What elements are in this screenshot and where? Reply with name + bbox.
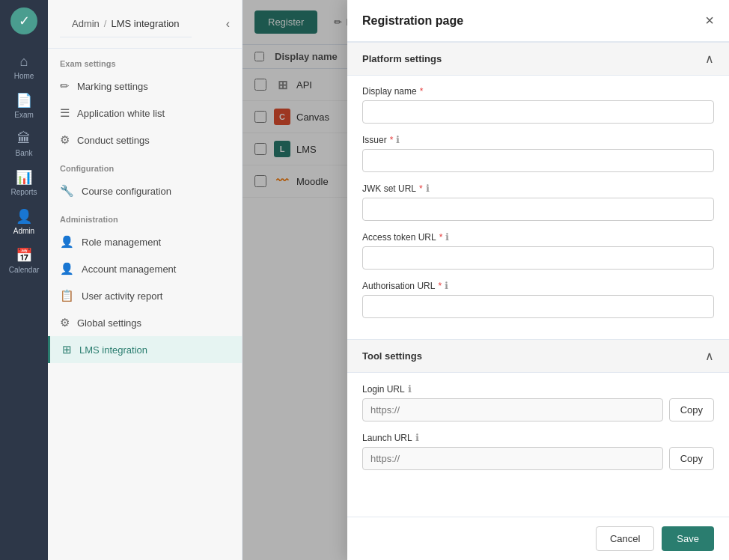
jwk-set-url-input[interactable]: [362, 198, 714, 221]
tool-settings-header: Tool settings ∧: [347, 339, 729, 373]
sidebar-collapse-button[interactable]: ‹: [226, 17, 230, 31]
sidebar-item-lms-integration[interactable]: ⊞ LMS integration: [48, 336, 242, 363]
launch-url-input-group: Copy: [362, 447, 714, 470]
section-label-configuration: Configuration: [48, 153, 242, 177]
sidebar-item-global-settings[interactable]: ⚙ Global settings: [48, 309, 242, 336]
issuer-input[interactable]: [362, 149, 714, 172]
cancel-button[interactable]: Cancel: [596, 526, 654, 551]
admin-icon: 👤: [16, 208, 32, 225]
bank-icon: 🏛: [17, 131, 31, 147]
sidebar-header: Admin / LMS integration ‹: [48, 0, 242, 49]
nav-item-admin[interactable]: 👤 Admin: [0, 202, 48, 241]
modal-close-button[interactable]: ×: [705, 12, 714, 29]
save-button[interactable]: Save: [662, 526, 714, 551]
authorisation-url-input[interactable]: [362, 295, 714, 318]
report-icon: 📋: [60, 289, 74, 302]
tool-settings-label: Tool settings: [362, 350, 422, 362]
access-token-url-group: Access token URL * ℹ: [362, 231, 714, 270]
modal-footer: Cancel Save: [347, 517, 729, 560]
home-icon: ⌂: [20, 54, 28, 70]
access-token-url-label: Access token URL * ℹ: [362, 231, 714, 243]
tool-settings-toggle[interactable]: ∧: [705, 349, 714, 363]
wrench-icon: 🔧: [60, 184, 74, 198]
nav-item-reports[interactable]: 📊 Reports: [0, 163, 48, 202]
grid-icon: ⊞: [62, 343, 72, 356]
pencil-icon: ✏: [60, 79, 70, 93]
platform-settings-toggle[interactable]: ∧: [705, 52, 714, 66]
modal-body: Platform settings ∧ Display name * Issue…: [347, 42, 729, 517]
issuer-label: Issuer * ℹ: [362, 134, 714, 145]
login-url-input-group: Copy: [362, 398, 714, 421]
exam-icon: 📄: [16, 92, 32, 109]
icon-nav: ✓ ⌂ Home 📄 Exam 🏛 Bank 📊 Reports 👤 Admin…: [0, 0, 48, 560]
display-name-label: Display name *: [362, 86, 714, 97]
breadcrumb-current: LMS integration: [111, 18, 179, 29]
jwk-set-url-label: JWK set URL * ℹ: [362, 183, 714, 194]
nav-item-exam[interactable]: 📄 Exam: [0, 86, 48, 125]
launch-url-label: Launch URL ℹ: [362, 432, 714, 443]
platform-settings-header: Platform settings ∧: [347, 42, 729, 76]
sidebar-item-marking-settings[interactable]: ✏ Marking settings: [48, 73, 242, 100]
registration-modal: Registration page × Platform settings ∧ …: [347, 0, 729, 560]
authorisation-url-label: Authorisation URL * ℹ: [362, 280, 714, 291]
list-icon: ☰: [60, 106, 70, 120]
settings-icon: ⚙: [60, 316, 70, 329]
sidebar: Admin / LMS integration ‹ Exam settings …: [48, 0, 243, 560]
modal-title: Registration page: [362, 14, 463, 28]
breadcrumb-root: Admin: [72, 18, 100, 29]
authorisation-info-icon[interactable]: ℹ: [445, 280, 448, 291]
gear-icon: ⚙: [60, 133, 70, 147]
nav-item-bank[interactable]: 🏛 Bank: [0, 125, 48, 163]
user2-icon: 👤: [60, 262, 74, 276]
jwk-set-url-group: JWK set URL * ℹ: [362, 183, 714, 221]
issuer-info-icon[interactable]: ℹ: [396, 134, 400, 145]
launch-url-input[interactable]: [362, 447, 663, 470]
launch-url-copy-button[interactable]: Copy: [669, 447, 714, 470]
launch-url-info-icon[interactable]: ℹ: [415, 432, 419, 443]
nav-item-home[interactable]: ⌂ Home: [0, 48, 48, 86]
nav-item-calendar[interactable]: 📅 Calendar: [0, 241, 48, 280]
platform-settings-content: Display name * Issuer * ℹ JWK set URL: [347, 76, 729, 339]
sidebar-item-course-configuration[interactable]: 🔧 Course configuration: [48, 177, 242, 204]
calendar-icon: 📅: [16, 247, 32, 264]
access-token-url-input[interactable]: [362, 246, 714, 270]
platform-settings-label: Platform settings: [362, 53, 442, 64]
sidebar-item-role-management[interactable]: 👤 Role management: [48, 228, 242, 255]
sidebar-item-application-white-list[interactable]: ☰ Application white list: [48, 100, 242, 127]
issuer-group: Issuer * ℹ: [362, 134, 714, 172]
sidebar-item-user-activity-report[interactable]: 📋 User activity report: [48, 282, 242, 309]
authorisation-url-group: Authorisation URL * ℹ: [362, 280, 714, 318]
section-label-administration: Administration: [48, 204, 242, 228]
user-icon: 👤: [60, 235, 74, 249]
display-name-group: Display name *: [362, 86, 714, 124]
breadcrumb: Admin / LMS integration: [60, 10, 192, 37]
login-url-group: Login URL ℹ Copy: [362, 383, 714, 421]
sidebar-item-account-management[interactable]: 👤 Account management: [48, 255, 242, 282]
access-token-info-icon[interactable]: ℹ: [445, 231, 449, 243]
tool-settings-content: Login URL ℹ Copy Launch URL ℹ: [347, 373, 729, 491]
launch-url-group: Launch URL ℹ Copy: [362, 432, 714, 470]
breadcrumb-sep: /: [104, 18, 107, 29]
sidebar-item-conduct-settings[interactable]: ⚙ Conduct settings: [48, 127, 242, 153]
section-label-exam-settings: Exam settings: [48, 49, 242, 73]
app-logo: ✓: [10, 7, 37, 34]
reports-icon: 📊: [16, 169, 32, 186]
jwk-info-icon[interactable]: ℹ: [426, 183, 430, 194]
modal-header: Registration page ×: [347, 0, 729, 42]
login-url-info-icon[interactable]: ℹ: [408, 383, 412, 395]
main-content: Register ✏ Edit Display name ⊞ API C: [243, 0, 729, 560]
login-url-input[interactable]: [362, 398, 663, 421]
login-url-copy-button[interactable]: Copy: [669, 398, 714, 421]
display-name-input[interactable]: [362, 100, 714, 124]
login-url-label: Login URL ℹ: [362, 383, 714, 395]
